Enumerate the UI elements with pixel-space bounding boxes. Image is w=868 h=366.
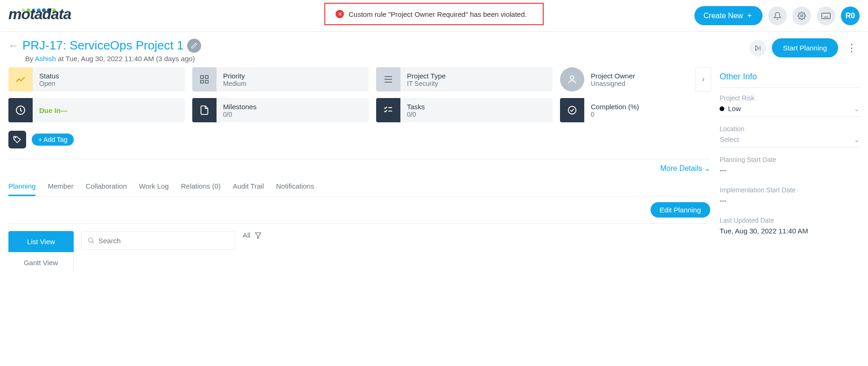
svg-rect-11 [201,80,203,83]
clock-icon [8,98,33,122]
svg-rect-9 [201,76,203,78]
tab-work-log[interactable]: Work Log [139,177,169,196]
start-planning-button[interactable]: Start Planning [772,38,838,57]
user-avatar[interactable]: R0 [841,7,860,25]
search-box[interactable] [81,231,235,250]
keyboard-icon[interactable] [817,7,835,25]
create-new-label: Create New [704,12,743,20]
chevron-down-icon: ⌄ [854,105,860,113]
skip-icon[interactable] [749,40,766,56]
tag-row: + Add Tag [8,131,710,148]
byline: By Ashish at Tue, Aug 30, 2022 11:40 AM … [8,55,201,63]
svg-rect-1 [822,13,830,19]
svg-point-0 [801,14,803,17]
violation-text: Custom rule "Project Owner Required" has… [349,10,527,18]
tab-relations[interactable]: Relations (0) [181,177,221,196]
tasks-icon [376,98,400,122]
title-row: ← PRJ-17: ServiceOps Project 1 By Ashish… [0,32,868,67]
svg-point-20 [568,106,576,114]
completion-card: Completion (%)0 [560,98,700,122]
milestones-card: Milestones0/0 [192,98,369,122]
priority-icon [192,67,217,92]
back-arrow-icon[interactable]: ← [8,40,19,52]
summary-cards-row2: Due In--- Milestones0/0 Tasks0/0 Complet… [8,98,710,122]
search-input[interactable] [98,237,229,245]
gear-icon[interactable] [792,7,811,25]
milestones-icon [192,98,217,122]
svg-rect-10 [205,76,208,78]
detail-tabs: Planning Member Collaboration Work Log R… [8,177,710,197]
side-panel: Other Info Project Risk Low⌄ Location Se… [720,67,860,281]
project-type-card[interactable]: Project TypeIT Security [376,67,553,92]
summary-cards-row1: StatusOpen PriorityMedium Project TypeIT… [8,67,710,92]
tab-notifications[interactable]: Notifications [276,177,314,196]
svg-rect-12 [205,80,208,83]
last-updated-field: Last Updated Date Tue, Aug 30, 2022 11:4… [720,217,860,239]
project-risk-field[interactable]: Project Risk Low⌄ [720,94,860,117]
error-icon: ✕ [336,10,344,18]
type-icon [376,67,400,92]
location-field[interactable]: Location Select⌄ [720,125,860,148]
planning-start-field: Planning Start Date --- [720,156,860,178]
scroll-right-button[interactable]: › [695,67,711,92]
filter-all[interactable]: All [243,231,262,239]
owner-icon [560,67,584,92]
logo: motadata [8,8,71,23]
edit-planning-button[interactable]: Edit Planning [651,202,710,218]
svg-marker-7 [756,45,759,50]
priority-card[interactable]: PriorityMedium [192,67,369,92]
status-icon [8,67,33,92]
logo-text: motadata [8,6,71,23]
kebab-menu-icon[interactable]: ⋮ [844,42,860,54]
status-card[interactable]: StatusOpen [8,67,185,92]
view-tabs: List View Gantt View [8,231,74,273]
more-details-toggle[interactable]: More Details ⌄ [8,164,710,177]
completion-icon [560,98,584,122]
tab-collaboration[interactable]: Collaboration [85,177,126,196]
implementation-start-field: Implementation Start Date --- [720,186,860,208]
plus-icon: ＋ [746,11,753,21]
svg-point-16 [570,76,574,79]
planning-toolbar: List View Gantt View All [8,224,710,281]
gantt-view-tab[interactable]: Gantt View [8,252,74,273]
side-title: Other Info [720,72,860,88]
search-icon [87,237,95,244]
author-link[interactable]: Ashish [35,55,56,63]
tab-planning[interactable]: Planning [8,177,35,196]
tab-audit-trail[interactable]: Audit Trail [233,177,264,196]
tag-icon [8,131,26,148]
svg-point-22 [89,238,93,242]
topbar: motadata ✕ Custom rule "Project Owner Re… [0,0,868,32]
violation-banner: ✕ Custom rule "Project Owner Required" h… [324,3,544,25]
svg-line-23 [92,242,94,243]
chevron-down-icon: ⌄ [854,136,860,143]
add-tag-button[interactable]: + Add Tag [32,134,74,146]
svg-marker-24 [255,232,261,238]
due-in-card: Due In--- [8,98,185,122]
bell-icon[interactable] [768,7,787,25]
page-title: PRJ-17: ServiceOps Project 1 [22,38,183,53]
filter-icon [254,232,262,239]
list-view-tab[interactable]: List View [8,231,74,252]
tasks-card: Tasks0/0 [376,98,553,122]
project-owner-card[interactable]: Project OwnerUnassigned [560,67,700,92]
tab-member[interactable]: Member [48,177,73,196]
create-new-button[interactable]: Create New ＋ [694,6,763,25]
header-actions: Create New ＋ R0 [694,6,860,25]
svg-point-21 [15,137,16,138]
edit-title-button[interactable] [187,39,201,53]
